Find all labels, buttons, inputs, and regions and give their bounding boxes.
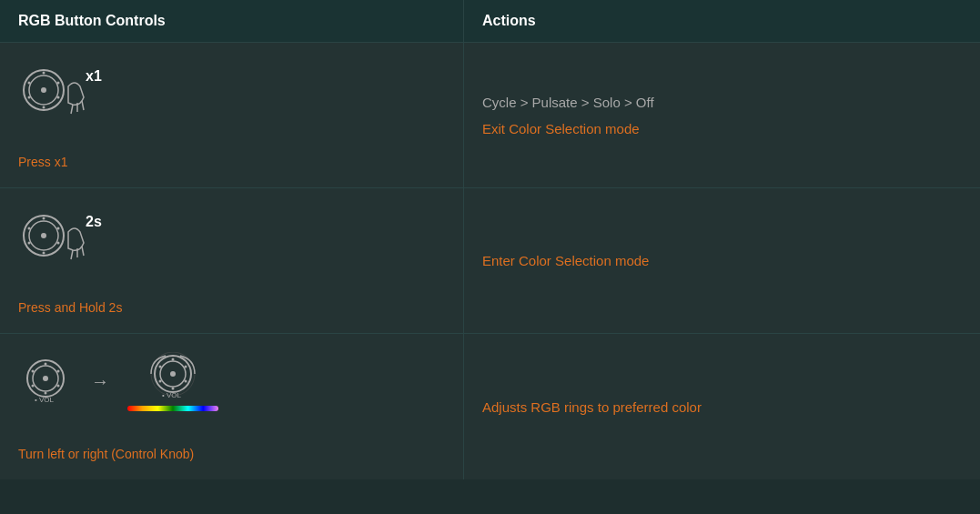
svg-point-3	[43, 72, 45, 75]
svg-point-5	[57, 96, 60, 99]
svg-point-28	[43, 376, 48, 381]
svg-point-33	[32, 385, 35, 388]
action-cell-turn-knob: Adjusts RGB rings to preferred color	[464, 334, 980, 479]
header-left: RGB Button Controls	[0, 0, 464, 42]
svg-point-32	[45, 392, 47, 395]
svg-line-24	[82, 247, 84, 256]
gesture-icon-area: x1	[18, 61, 445, 125]
header-right: Actions	[464, 0, 980, 42]
svg-point-29	[45, 363, 47, 366]
svg-point-30	[57, 370, 60, 373]
svg-point-43	[171, 388, 174, 390]
svg-text:x1: x1	[86, 68, 102, 84]
gesture-label-press-x1: Press x1	[18, 155, 445, 169]
svg-point-39	[170, 371, 176, 377]
action-primary-turn-knob: Adjusts RGB rings to preferred color	[482, 399, 962, 415]
press-x1-icon: x1	[18, 61, 109, 125]
gesture-cell-hold-2s: 2s Press and Hold 2s	[0, 188, 464, 333]
knob-left-icon: • VOL	[18, 357, 73, 407]
svg-point-2	[41, 87, 46, 93]
svg-point-16	[43, 217, 45, 220]
knob-right-icon: • VOL	[144, 352, 203, 402]
svg-point-21	[28, 227, 31, 230]
action-primary-press-x1: Exit Color Selection mode	[482, 121, 962, 136]
action-cell-press-x1: Cycle > Pulsate > Solo > Off Exit Color …	[464, 43, 980, 187]
page-container: RGB Button Controls Actions	[0, 0, 980, 479]
hold-2s-icon: 2s	[18, 207, 118, 270]
svg-point-34	[32, 370, 35, 373]
svg-point-4	[57, 82, 60, 85]
arrow-icon: →	[91, 371, 109, 392]
svg-text:2s: 2s	[86, 214, 102, 229]
rainbow-bar	[127, 406, 218, 411]
svg-point-17	[57, 227, 60, 230]
svg-point-41	[184, 366, 187, 368]
svg-point-42	[184, 380, 187, 383]
gesture-label-hold-2s: Press and Hold 2s	[18, 300, 445, 315]
svg-point-8	[28, 82, 31, 85]
svg-point-15	[41, 233, 46, 238]
knob-turn-icon-area: • VOL →	[18, 352, 445, 411]
header-left-label: RGB Button Controls	[18, 13, 166, 28]
svg-text:• VOL: • VOL	[162, 391, 182, 399]
action-cell-hold-2s: Enter Color Selection mode	[464, 188, 980, 333]
knob-right: • VOL	[127, 352, 218, 411]
gesture-cell-turn-knob: • VOL →	[0, 334, 464, 479]
svg-point-6	[43, 106, 45, 109]
svg-point-40	[171, 358, 174, 361]
svg-point-20	[28, 242, 31, 245]
svg-point-45	[158, 366, 161, 368]
action-secondary-press-x1: Cycle > Pulsate > Solo > Off	[482, 95, 962, 110]
svg-point-18	[57, 242, 60, 245]
svg-line-11	[82, 101, 84, 110]
knob-left: • VOL	[18, 357, 73, 407]
gesture-icon-area-2s: 2s	[18, 207, 445, 270]
gesture-cell-press-x1: x1 Press x1	[0, 43, 464, 187]
svg-point-31	[57, 385, 60, 388]
table-row: 2s Press and Hold 2s Enter Color Selecti…	[0, 188, 980, 334]
header-right-label: Actions	[482, 13, 536, 28]
svg-line-9	[71, 105, 73, 114]
gesture-label-turn-knob: Turn left or right (Control Knob)	[18, 447, 445, 461]
table-row: x1 Press x1 Cycle > Pulsate > Solo > Off…	[0, 43, 980, 188]
action-primary-hold-2s: Enter Color Selection mode	[482, 253, 962, 268]
svg-point-19	[43, 252, 45, 255]
svg-point-44	[158, 380, 161, 383]
svg-point-7	[28, 96, 31, 99]
svg-line-22	[71, 250, 73, 259]
svg-text:• VOL: • VOL	[35, 396, 55, 404]
table-header: RGB Button Controls Actions	[0, 0, 980, 43]
table-row: • VOL →	[0, 334, 980, 479]
